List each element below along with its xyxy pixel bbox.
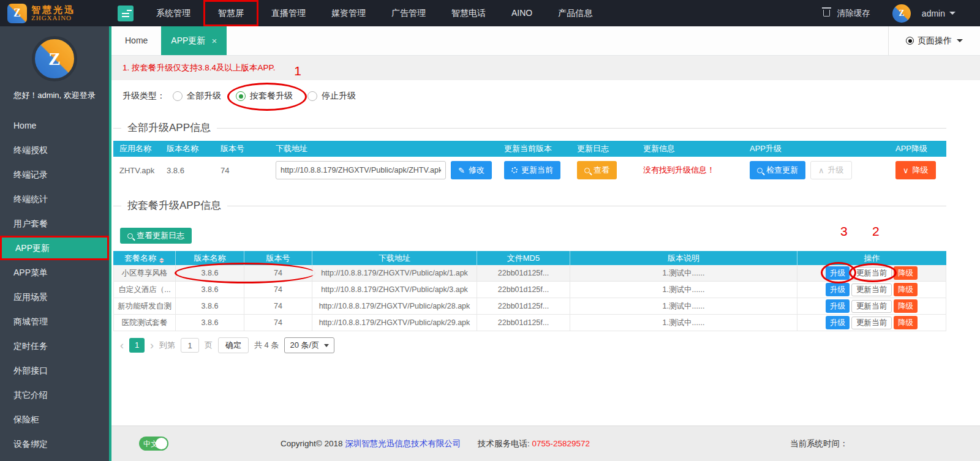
- menu-toggle-icon[interactable]: [118, 6, 134, 21]
- downgrade-button[interactable]: 降级: [894, 266, 918, 280]
- sidebar-item[interactable]: 定时任务: [0, 334, 109, 358]
- tab-home[interactable]: Home: [111, 26, 161, 55]
- column-header: 更新日志: [571, 141, 637, 157]
- user-menu[interactable]: admin: [922, 9, 956, 18]
- update-current-button[interactable]: 更新当前: [851, 317, 892, 329]
- radio-icon: [173, 91, 183, 101]
- radio-label: 停止升级: [322, 91, 356, 102]
- cell-update-info: 没有找到升级信息！: [637, 165, 744, 176]
- cell-version-code: 74: [244, 282, 312, 298]
- sidebar-item[interactable]: 终端统计: [0, 187, 109, 211]
- sidebar: Z 您好！admin, 欢迎登录 Home终端授权终端记录终端统计用户套餐APP…: [0, 26, 109, 461]
- sidebar-item[interactable]: APP更新: [0, 236, 109, 260]
- download-url-input[interactable]: [276, 161, 446, 179]
- current-page-button[interactable]: 1: [129, 338, 145, 353]
- radio-option[interactable]: 停止升级: [307, 91, 356, 102]
- sidebar-item[interactable]: 保险柜: [0, 407, 109, 432]
- toggle-knob: [156, 438, 167, 449]
- cell-package-name: 新功能研发自测: [113, 298, 176, 314]
- cell-download-url: http://10.8.8.179/ZHGXTV/Public/apk/28.a…: [312, 298, 477, 314]
- update-current-button[interactable]: 更新当前: [851, 283, 892, 296]
- update-current-button[interactable]: 更新当前: [851, 300, 892, 313]
- upgrade-type-options: 全部升级按套餐升级1停止升级: [173, 91, 371, 102]
- table-header: 应用名称版本名称版本号下载地址更新当前版本更新日志更新信息APP升级APP降级: [113, 141, 946, 157]
- topnav-item[interactable]: 智慧屏: [203, 0, 258, 26]
- pencil-icon: ✎: [458, 166, 465, 175]
- page-size-value: 20 条/页: [290, 340, 319, 351]
- page-operations-dropdown[interactable]: 页面操作: [888, 26, 980, 55]
- topnav-item[interactable]: 媒资管理: [318, 0, 379, 26]
- check-update-button[interactable]: 检查更新: [750, 161, 805, 179]
- brand-subtitle: ZHGXAINO: [31, 15, 75, 22]
- radio-option[interactable]: 按套餐升级1: [236, 91, 293, 102]
- column-header: APP升级: [744, 141, 889, 157]
- upgrade-button[interactable]: 升级: [826, 316, 850, 329]
- upgrade-button[interactable]: 升级: [826, 266, 850, 280]
- cell-version-code: 74: [214, 166, 270, 175]
- upgrade-button[interactable]: 升级: [826, 299, 850, 313]
- row-actions: 升级更新当前降级: [797, 282, 946, 298]
- main: Z 您好！admin, 欢迎登录 Home终端授权终端记录终端统计用户套餐APP…: [0, 26, 980, 461]
- cell-package-name: 自定义酒店（...: [113, 282, 176, 298]
- sidebar-greeting: 您好！admin, 欢迎登录: [0, 90, 109, 101]
- sidebar-item[interactable]: 设备绑定: [0, 432, 109, 456]
- trash-icon: [823, 10, 830, 17]
- topnav-item[interactable]: 产品信息: [545, 0, 605, 26]
- sidebar-item[interactable]: 商城管理: [0, 309, 109, 334]
- downgrade-button[interactable]: 降级: [894, 299, 918, 313]
- table-row: 自定义酒店（...3.8.674http://10.8.8.179/ZHGXTV…: [113, 282, 946, 298]
- modify-button[interactable]: ✎修改: [451, 161, 492, 179]
- sidebar-item[interactable]: 外部接口: [0, 358, 109, 383]
- column-header[interactable]: 套餐名称: [113, 251, 176, 265]
- cell-download-url: http://10.8.8.179/ZHGXTV/Public/apk/1.ap…: [312, 265, 477, 281]
- top-nav: 系统管理智慧屏直播管理媒资管理广告管理智慧电话AINO产品信息: [143, 0, 605, 26]
- view-log-button[interactable]: 查看: [577, 161, 617, 179]
- company-link[interactable]: 深圳智慧光迅信息技术有限公司: [345, 439, 461, 448]
- column-header: 更新当前版本: [498, 141, 571, 157]
- view-update-log-button[interactable]: 查看更新日志: [120, 228, 192, 244]
- sidebar-item[interactable]: 终端记录: [0, 162, 109, 187]
- next-page-icon[interactable]: ›: [150, 339, 154, 352]
- close-icon[interactable]: ×: [211, 36, 217, 46]
- topnav-item[interactable]: 系统管理: [143, 0, 203, 26]
- language-toggle[interactable]: 中文: [139, 437, 168, 451]
- cell-app-upgrade: 检查更新 ∧升级: [744, 161, 889, 179]
- topnav-item[interactable]: AINO: [499, 0, 545, 26]
- sidebar-item[interactable]: 应用场景: [0, 285, 109, 309]
- upgrade-button-disabled[interactable]: ∧升级: [810, 161, 852, 179]
- prev-page-icon[interactable]: ‹: [120, 339, 124, 352]
- cell-file-md5: 22bb01d125f...: [477, 265, 570, 281]
- down-icon: ∨: [903, 166, 909, 175]
- user-name: admin: [922, 9, 945, 18]
- sidebar-avatar: Z: [32, 36, 77, 81]
- total-count-label: 共 4 条: [254, 340, 279, 351]
- confirm-button[interactable]: 确定: [218, 337, 249, 353]
- downgrade-button[interactable]: ∨降级: [895, 161, 936, 179]
- upgrade-button[interactable]: 升级: [826, 283, 850, 296]
- update-current-button[interactable]: 更新当前: [851, 267, 892, 280]
- goto-label: 到第: [159, 340, 175, 351]
- sidebar-item[interactable]: APP菜单: [0, 260, 109, 285]
- topbar-right: 清除缓存 Z admin: [823, 4, 980, 23]
- cell-version-code: 74: [244, 298, 312, 314]
- sidebar-item[interactable]: 终端授权: [0, 138, 109, 162]
- column-header: 版本名称: [160, 141, 214, 157]
- update-current-button[interactable]: 更新当前: [504, 161, 560, 179]
- radio-option[interactable]: 全部升级: [173, 91, 221, 102]
- sidebar-item[interactable]: Home: [0, 113, 109, 138]
- downgrade-button[interactable]: 降级: [894, 283, 918, 296]
- topnav-item[interactable]: 广告管理: [379, 0, 439, 26]
- page-operations-label: 页面操作: [918, 36, 952, 47]
- page-size-select[interactable]: 20 条/页: [284, 337, 334, 353]
- downgrade-button[interactable]: 降级: [894, 316, 918, 329]
- topnav-item[interactable]: 直播管理: [258, 0, 318, 26]
- topnav-item[interactable]: 智慧电话: [439, 0, 499, 26]
- cell-version-code: 74: [244, 265, 312, 281]
- cell-update-log: 查看: [571, 161, 637, 179]
- page-number-input[interactable]: [181, 338, 199, 353]
- tab-app-update[interactable]: APP更新 ×: [161, 26, 227, 55]
- sidebar-item[interactable]: 其它介绍: [0, 383, 109, 407]
- sidebar-item[interactable]: 用户套餐: [0, 211, 109, 236]
- clear-cache-button[interactable]: 清除缓存: [837, 8, 870, 19]
- table-row: 新功能研发自测3.8.674http://10.8.8.179/ZHGXTV/P…: [113, 298, 946, 315]
